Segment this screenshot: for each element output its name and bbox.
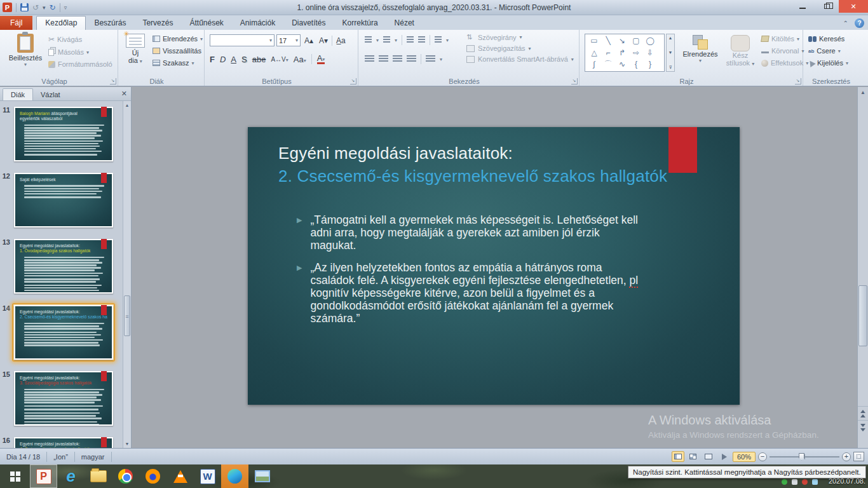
layout-button[interactable]: Elrendezés▾ [153, 35, 203, 43]
powerpoint-icon[interactable]: P [30, 464, 57, 488]
zoom-level[interactable]: 60% [733, 452, 756, 462]
shape-icon[interactable]: ⇨ [629, 48, 643, 58]
bullets-icon[interactable] [365, 36, 372, 44]
help-icon[interactable]: ? [855, 18, 864, 28]
scroll-up-icon[interactable]: ▲ [668, 36, 673, 40]
tab-view[interactable]: Nézet [386, 17, 423, 30]
replace-button[interactable]: abCsere▾ [808, 47, 848, 55]
customize-qat-icon[interactable]: ▿ [64, 4, 67, 11]
quick-styles-button[interactable]: Kész stílusok ▾ [722, 35, 759, 67]
shape-icon[interactable]: ∿ [615, 59, 629, 70]
shape-icon[interactable]: ⌒ [601, 59, 615, 70]
justify-icon[interactable] [407, 55, 416, 63]
tray-notification-icon[interactable] [802, 479, 808, 485]
scrollbar-thumb[interactable] [858, 285, 867, 346]
strikethrough-button[interactable]: abe [252, 55, 266, 64]
shape-effects-button[interactable]: Effektusok▾ [761, 59, 808, 67]
shape-icon[interactable]: ⇩ [643, 48, 657, 58]
increase-indent-icon[interactable] [418, 36, 425, 44]
normal-view-button[interactable] [672, 451, 684, 462]
change-case-button[interactable]: Aa▾ [294, 55, 306, 64]
dialog-launcher-icon[interactable]: ↘ [795, 78, 801, 85]
select-button[interactable]: Kijelölés▾ [808, 59, 848, 67]
grow-font-icon[interactable]: A▴ [302, 36, 315, 46]
image-viewer-icon[interactable] [248, 464, 276, 488]
panel-tab-outline[interactable]: Vázlat [33, 89, 68, 100]
theme-name[interactable]: „Ion” [47, 449, 74, 464]
paste-button[interactable]: Beillesztés ▾ [8, 34, 43, 67]
slide-thumbnail[interactable]: Egyéni megoldási javaslataitok:2. Csecse… [12, 303, 115, 362]
scroll-up-icon[interactable]: ▲ [858, 87, 868, 98]
panel-tab-slides[interactable]: Diák [3, 88, 33, 100]
scroll-down-icon[interactable]: ▼ [668, 50, 673, 55]
shape-icon[interactable]: ↘ [615, 36, 629, 46]
tray-keyboard-icon[interactable] [812, 479, 818, 485]
bold-button[interactable]: F [210, 55, 215, 64]
shape-icon[interactable]: ↱ [615, 48, 629, 58]
tab-slideshow[interactable]: Diavetítés [283, 17, 334, 30]
shapes-gallery-scrollbar[interactable]: ▲ ▼ ⊽ [666, 34, 675, 72]
dialog-launcher-icon[interactable]: ↘ [110, 78, 116, 85]
start-button[interactable] [0, 464, 30, 488]
shrink-font-icon[interactable]: A▾ [317, 36, 330, 46]
word-icon[interactable]: W [194, 464, 221, 488]
slide-canvas[interactable]: Egyéni megoldási javaslataitok: 2. Csecs… [248, 127, 740, 405]
cut-button[interactable]: ✂Kivágás [48, 35, 112, 44]
tab-design[interactable]: Tervezés [134, 17, 181, 30]
format-painter-button[interactable]: Formátummásoló [48, 60, 112, 68]
powerpoint-app-icon[interactable]: P [3, 3, 12, 12]
fit-to-window-button[interactable] [853, 452, 864, 461]
next-slide-button[interactable] [858, 420, 868, 434]
slide-sorter-button[interactable] [687, 451, 700, 462]
font-size-combo[interactable]: 17▾ [276, 34, 301, 46]
slide-thumbnail[interactable]: Egyéni megoldási javaslataitok:4. Gyógyp… [12, 435, 115, 448]
tray-network-icon[interactable] [792, 479, 797, 485]
copy-button[interactable]: Másolás▾ [48, 48, 112, 56]
align-text-button[interactable]: Szövegigazítás▾ [466, 44, 574, 52]
shape-icon[interactable]: } [643, 59, 657, 70]
close-panel-icon[interactable]: ✕ [121, 90, 127, 98]
line-spacing-icon[interactable] [435, 36, 442, 44]
reset-button[interactable]: Visszaállítás [153, 47, 203, 55]
shape-icon[interactable]: ▭ [587, 36, 601, 46]
chrome-icon[interactable] [112, 464, 139, 488]
shape-outline-button[interactable]: Körvonal▾ [761, 47, 808, 55]
undo-dropdown-icon[interactable]: ▾ [43, 4, 46, 11]
zoom-out-button[interactable]: − [758, 452, 767, 461]
tray-antivirus-icon[interactable] [782, 479, 787, 485]
restore-button[interactable] [815, 0, 839, 13]
tab-review[interactable]: Korrektúra [334, 17, 386, 30]
text-direction-button[interactable]: ⇅Szövegirány▾ [466, 33, 574, 41]
slide-thumbnail[interactable]: Egyéni megoldási javaslataitok:1. Óvodap… [12, 237, 115, 295]
font-color-button[interactable]: A▾ [317, 54, 325, 64]
convert-smartart-button[interactable]: Konvertálás SmartArt-ábrává▾ [466, 55, 574, 63]
shape-fill-button[interactable]: Kitöltés▾ [761, 35, 808, 43]
zoom-slider-thumb[interactable] [799, 453, 804, 461]
slide-title[interactable]: Egyéni megoldási javaslataitok: 2. Csecs… [278, 144, 667, 186]
numbering-icon[interactable] [383, 36, 390, 44]
columns-icon[interactable] [426, 55, 435, 63]
internet-explorer-icon[interactable]: e [57, 464, 85, 488]
shape-icon[interactable]: ╲ [601, 36, 615, 46]
close-button[interactable]: ✕ [839, 0, 868, 13]
underline-button[interactable]: A [231, 55, 236, 64]
find-button[interactable]: Keresés [808, 35, 848, 43]
shape-icon[interactable]: { [629, 59, 643, 70]
shape-icon[interactable]: ◯ [643, 36, 657, 46]
decrease-indent-icon[interactable] [407, 36, 414, 44]
align-left-icon[interactable] [365, 55, 374, 63]
tab-animations[interactable]: Animációk [232, 17, 283, 30]
font-name-combo[interactable]: ▾ [210, 34, 275, 46]
reading-view-button[interactable] [702, 451, 715, 462]
vlc-icon[interactable] [166, 464, 194, 488]
scroll-down-icon[interactable]: ▼ [123, 440, 131, 448]
slide-indicator[interactable]: Dia 14 / 18 [0, 449, 46, 464]
gallery-more-icon[interactable]: ⊽ [668, 65, 672, 70]
scrollbar-thumb[interactable] [124, 295, 130, 336]
character-spacing-button[interactable]: A↔V▾ [271, 56, 288, 63]
shape-icon[interactable]: ⌐ [601, 48, 615, 58]
tab-insert[interactable]: Beszúrás [86, 17, 134, 30]
scroll-up-icon[interactable]: ▲ [123, 101, 131, 109]
shape-icon[interactable]: ▢ [629, 36, 643, 46]
new-slide-button[interactable]: Új dia ▾ [121, 34, 150, 64]
